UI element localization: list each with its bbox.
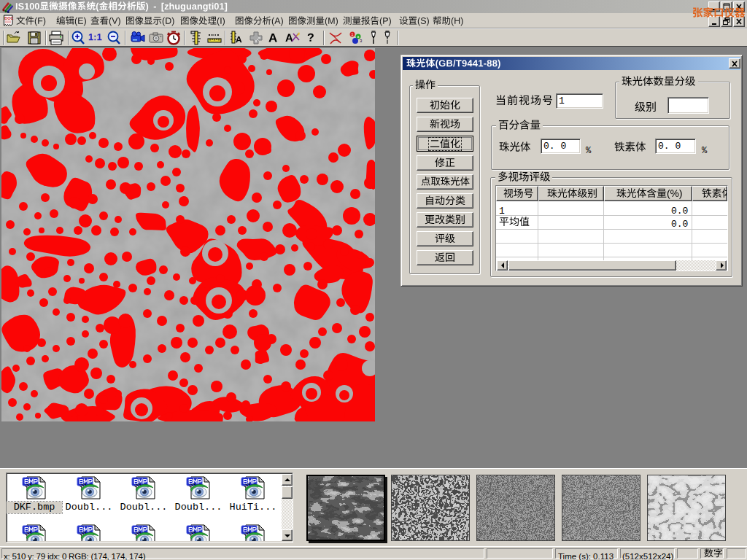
svg-text:3: 3 <box>360 39 363 43</box>
svg-text:DOC: DOC <box>4 16 13 20</box>
svg-text:1: 1 <box>352 32 354 36</box>
